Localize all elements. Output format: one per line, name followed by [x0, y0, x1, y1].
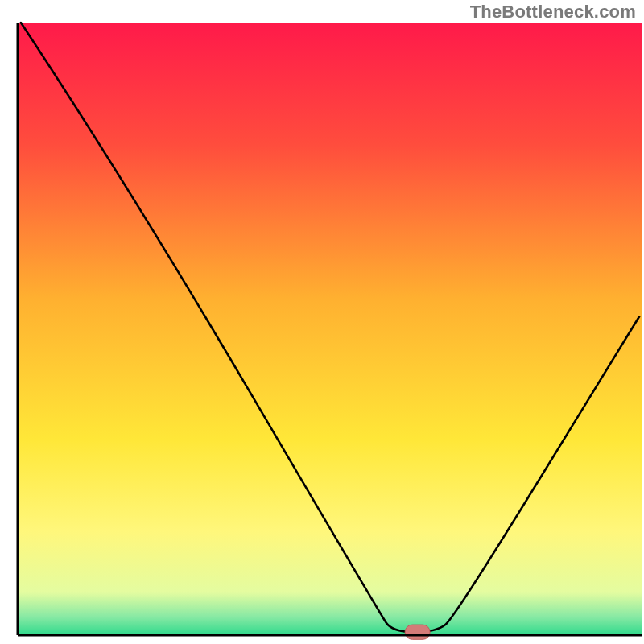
bottleneck-chart — [0, 0, 644, 644]
optimal-marker — [405, 625, 430, 639]
chart-container: TheBottleneck.com — [0, 0, 644, 644]
watermark-text: TheBottleneck.com — [470, 2, 636, 23]
plot-background — [18, 23, 642, 635]
